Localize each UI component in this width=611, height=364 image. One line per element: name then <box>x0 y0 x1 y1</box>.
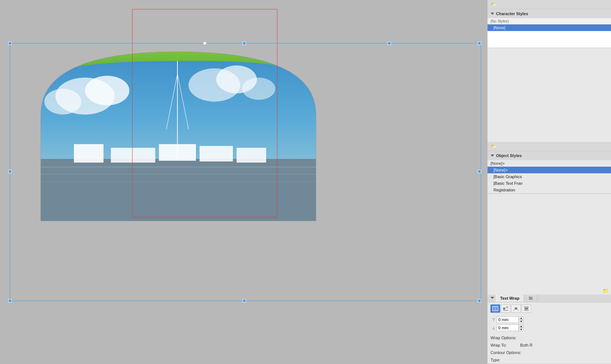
bottom-offset-input[interactable] <box>496 324 519 331</box>
canvas-area[interactable] <box>0 0 487 364</box>
svg-rect-1 <box>9 42 11 45</box>
top-offset-spinner: ▲ ▼ <box>519 316 523 323</box>
panel-top-icon-row-2: ⛅ <box>488 142 611 151</box>
object-styles-current: [None]+ <box>488 160 611 167</box>
object-styles-title: Object Styles <box>496 153 608 158</box>
bottom-offset-spinner: ▲ ▼ <box>519 324 523 331</box>
top-offset-input-group: ▲ ▼ <box>496 316 608 323</box>
text-wrap-fields: ⊤ ▲ ▼ ⊥ ▲ ▼ <box>488 315 611 334</box>
text-wrap-triangle <box>491 297 494 299</box>
text-wrap-tabs: Text Wrap St <box>488 295 611 302</box>
obj-styles-spacer <box>488 194 611 288</box>
text-wrap-panel: Text Wrap St ⊤ <box>488 295 611 364</box>
svg-rect-18 <box>41 166 316 168</box>
character-styles-list: (No Styles) [None] <box>488 18 611 48</box>
top-offset-icon: ⊤ <box>491 318 496 322</box>
svg-rect-19 <box>41 174 316 175</box>
svg-rect-35 <box>503 307 505 310</box>
obj-style-none-plus[interactable]: [None]+ <box>488 167 611 173</box>
svg-rect-3 <box>478 42 481 45</box>
bottom-offset-icon: ⊥ <box>491 326 496 330</box>
svg-rect-24 <box>200 146 233 161</box>
wrap-btn-contour[interactable] <box>511 305 521 313</box>
wrap-options-row: Wrap Options: <box>488 334 611 341</box>
wrap-to-value: Both R <box>520 343 533 347</box>
character-styles-header[interactable]: Character Styles <box>488 9 611 18</box>
top-offset-down[interactable]: ▼ <box>519 320 523 323</box>
character-styles-title: Character Styles <box>496 11 608 16</box>
svg-rect-2 <box>243 42 246 45</box>
wrap-btn-bounding[interactable] <box>501 305 510 313</box>
svg-rect-5 <box>478 170 481 173</box>
svg-rect-22 <box>111 148 155 163</box>
object-styles-triangle <box>491 154 494 157</box>
bottom-offset-input-group: ▲ ▼ <box>496 324 608 331</box>
svg-rect-21 <box>74 144 103 163</box>
svg-rect-25 <box>237 148 266 163</box>
top-offset-up[interactable]: ▲ <box>519 316 523 320</box>
type-label: Type: <box>491 358 520 362</box>
contour-options-row: Contour Options: <box>488 349 611 356</box>
panel-top-icon-row: ⛅ <box>488 0 611 9</box>
scene-svg <box>0 0 487 364</box>
obj-style-registration[interactable]: Registration <box>488 187 611 193</box>
svg-point-16 <box>242 78 275 100</box>
obj-style-basic-text[interactable]: [Basic Text Fran <box>488 180 611 187</box>
svg-rect-7 <box>243 299 246 302</box>
top-offset-input[interactable] <box>496 316 519 323</box>
svg-rect-4 <box>9 170 11 173</box>
character-styles-panel: Character Styles (No Styles) [None] <box>488 9 611 48</box>
svg-point-13 <box>44 89 81 115</box>
object-styles-list: [None]+ [Basic Graphics [Basic Text Fran… <box>488 167 611 193</box>
cloud-icon: ⛅ <box>491 1 497 7</box>
svg-rect-20 <box>41 181 316 182</box>
bottom-offset-up[interactable]: ▲ <box>519 324 523 328</box>
contour-options-label: Contour Options: <box>491 350 521 355</box>
type-row: Type: <box>488 356 611 364</box>
svg-rect-30 <box>203 42 206 45</box>
object-styles-header[interactable]: Object Styles <box>488 151 611 160</box>
no-styles-label: (No Styles) <box>488 18 611 24</box>
svg-rect-41 <box>525 307 528 310</box>
object-styles-panel: Object Styles [None]+ [None]+ [Basic Gra… <box>488 151 611 194</box>
folder-icon[interactable]: 📁 <box>602 288 609 294</box>
svg-point-12 <box>85 76 129 105</box>
wrap-to-row: Wrap To: Both R <box>488 341 611 349</box>
text-wrap-tab[interactable]: Text Wrap <box>496 295 524 302</box>
bottom-offset-row: ⊥ ▲ ▼ <box>491 324 608 331</box>
wrap-options-label: Wrap Options: <box>491 336 520 340</box>
svg-rect-6 <box>9 299 11 302</box>
character-styles-triangle <box>491 13 494 15</box>
wrap-btn-jump[interactable] <box>522 305 531 313</box>
bottom-offset-down[interactable]: ▼ <box>519 328 523 331</box>
stroke-tab[interactable]: St <box>524 295 537 302</box>
svg-rect-8 <box>478 299 481 302</box>
svg-rect-9 <box>388 42 391 45</box>
char-styles-spacer <box>488 48 611 142</box>
cloud-icon-2: ⛅ <box>491 143 497 149</box>
top-offset-row: ⊤ ▲ ▼ <box>491 316 608 323</box>
svg-rect-17 <box>41 159 316 221</box>
style-item-none[interactable]: [None] <box>488 24 611 31</box>
wrap-btn-none[interactable] <box>491 305 500 313</box>
wrap-to-label: Wrap To: <box>491 343 520 347</box>
right-panel: ⛅ Character Styles (No Styles) [None] ⛅ … <box>487 0 611 364</box>
text-wrap-buttons <box>488 302 611 315</box>
obj-style-basic-graphics[interactable]: [Basic Graphics <box>488 173 611 180</box>
folder-icon-row: 📁 <box>488 287 611 295</box>
